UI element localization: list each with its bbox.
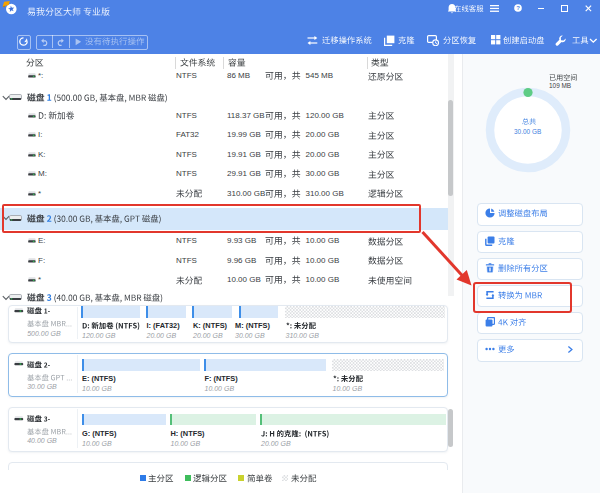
- svg-text:?: ?: [516, 6, 520, 12]
